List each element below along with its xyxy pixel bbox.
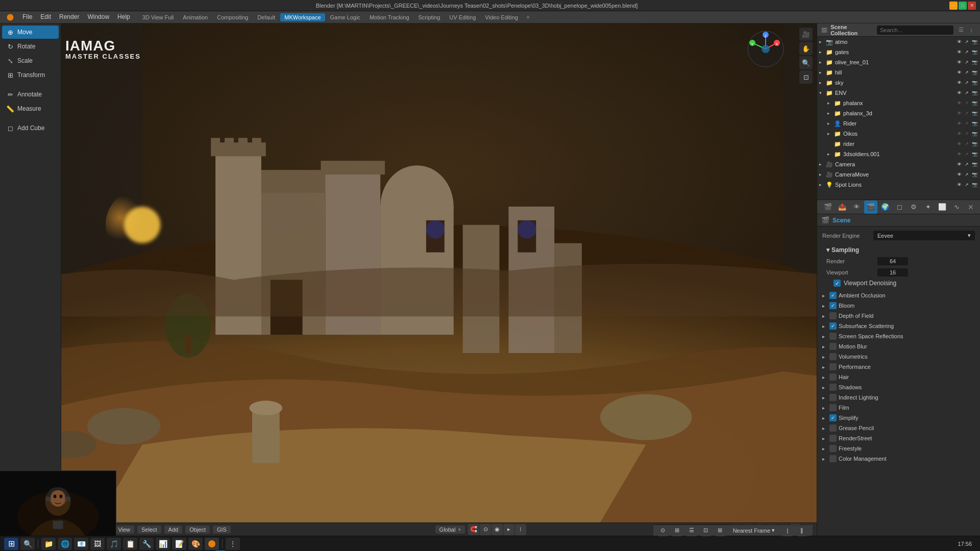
ol-hide-rider2[interactable]: 👁	[955, 140, 963, 147]
section-color-management[interactable]: ▸Color Management	[819, 454, 978, 464]
proportional-edit-icon[interactable]: ⊙	[480, 524, 491, 535]
ol-render-atmo[interactable]: 📷	[971, 38, 978, 45]
ol-hide-phalanx[interactable]: 👁	[955, 99, 963, 107]
object-menu[interactable]: Object	[185, 525, 210, 534]
taskbar-media[interactable]: 🎵	[107, 538, 121, 550]
section-checkbox-0[interactable]: ✓	[829, 292, 837, 299]
section-shadows[interactable]: ▸Shadows	[819, 382, 978, 392]
ol-select-sky[interactable]: ↗	[963, 79, 970, 86]
outliner-row-phalanx3d[interactable]: ▸ 📁 phalanx_3d 👁 ↗ 📷	[817, 108, 980, 118]
ws-uvediting[interactable]: UV Editing	[445, 13, 480, 21]
ol-select-rider[interactable]: ↗	[963, 120, 970, 127]
props-tab-material[interactable]: ⬜	[936, 201, 949, 214]
render-samples-value[interactable]: 64	[877, 257, 908, 265]
section-checkbox-6[interactable]	[829, 353, 837, 360]
section-checkbox-5[interactable]	[829, 343, 837, 350]
section-simplify[interactable]: ▸✓Simplify	[819, 413, 978, 423]
taskbar-word[interactable]: 📝	[172, 538, 186, 550]
props-tab-view[interactable]: 👁	[850, 201, 863, 214]
ol-select-cameramove[interactable]: ↗	[963, 171, 970, 178]
props-tab-world[interactable]: 🌍	[878, 201, 892, 214]
ws-scripting[interactable]: Scripting	[414, 13, 445, 21]
props-tab-render[interactable]: 🎬	[821, 201, 835, 214]
tool-addcube[interactable]: ◻ Add Cube	[2, 121, 59, 135]
outliner-row-phalanx[interactable]: ▸ 📁 phalanx 👁 ↗ 📷	[817, 98, 980, 108]
taskbar-photo[interactable]: 🖼	[90, 538, 105, 550]
section-film[interactable]: ▸Film	[819, 403, 978, 413]
minimize-button[interactable]: ─	[949, 2, 958, 10]
menu-help[interactable]: Help	[113, 12, 134, 22]
outliner-row-3dsoldiers[interactable]: ▸ 📁 3dsoldiers.001 👁 ↗ 📷	[817, 149, 980, 159]
menu-edit[interactable]: Edit	[36, 12, 55, 22]
ol-render-gates[interactable]: 📷	[971, 48, 978, 56]
props-tab-scene[interactable]: 🎬	[864, 201, 877, 214]
ol-hide-cameramove[interactable]: 👁	[955, 171, 963, 178]
section-ambient-occlusion[interactable]: ▸✓Ambient Occlusion	[819, 290, 978, 300]
section-motion-blur[interactable]: ▸Motion Blur	[819, 341, 978, 352]
section-renderstreet[interactable]: ▸RenderStreet	[819, 433, 978, 443]
ol-select-phalanx3d[interactable]: ↗	[963, 110, 970, 117]
ol-select-atmo[interactable]: ↗	[963, 38, 970, 45]
navigation-gizmo[interactable]: Z X Y	[745, 29, 786, 69]
ol-select-hill[interactable]: ↗	[963, 69, 970, 76]
taskbar-settings[interactable]: 🔧	[139, 538, 154, 550]
ol-render-hill[interactable]: 📷	[971, 69, 978, 76]
section-checkbox-4[interactable]	[829, 333, 837, 340]
taskbar-excel[interactable]: 📊	[156, 538, 170, 550]
viewport-camera-icon[interactable]: 🎥	[799, 28, 813, 41]
nearest-frame-btn[interactable]: Nearest Frame ▾	[729, 526, 779, 535]
section-grease-pencil[interactable]: ▸Grease Pencil	[819, 423, 978, 433]
ws-gamelogic[interactable]: Game Logic	[326, 13, 364, 21]
outliner-row-rider[interactable]: ▸ 👤 Rider 👁 ↗ 📷	[817, 118, 980, 129]
ol-hide-3dsoldiers[interactable]: 👁	[955, 151, 963, 158]
select-menu[interactable]: Select	[137, 525, 161, 534]
ol-select-3dsoldiers[interactable]: ↗	[963, 151, 970, 158]
ol-render-3dsoldiers[interactable]: 📷	[971, 151, 978, 158]
outliner-row-oikos[interactable]: ▸ 📁 Oikos 👁 ↗ 📷	[817, 129, 980, 139]
ol-select-spotlions[interactable]: ↗	[963, 181, 970, 188]
ol-hide-sky[interactable]: 👁	[955, 79, 963, 86]
ol-render-cameramove[interactable]: 📷	[971, 171, 978, 178]
props-tab-particles[interactable]: ✦	[921, 201, 935, 214]
outliner-row-hill[interactable]: ▸ 📁 hill 👁 ↗ 📷	[817, 67, 980, 78]
tool-scale[interactable]: ⤡ Scale	[2, 54, 59, 67]
section-screen-space-reflections[interactable]: ▸Screen Space Reflections	[819, 331, 978, 341]
ws-mkworkspace[interactable]: MKWorkspace	[280, 13, 325, 21]
menu-blender[interactable]	[2, 12, 18, 22]
taskbar-search[interactable]: 🔍	[20, 538, 35, 550]
outliner-row-env[interactable]: ▾ 📁 ENV 👁 ↗ 📷	[817, 88, 980, 98]
playback-mode-icon[interactable]: ⊡	[700, 525, 712, 536]
ol-hide-gates[interactable]: 👁	[955, 48, 963, 56]
props-close-button[interactable]: ✕	[966, 203, 976, 211]
menu-window[interactable]: Window	[83, 12, 113, 22]
playback-option-icon[interactable]: ⊞	[715, 525, 726, 536]
tool-move[interactable]: ⊕ Move	[2, 26, 59, 39]
section-checkbox-15[interactable]	[829, 445, 837, 452]
outliner-row-sky[interactable]: ▸ 📁 sky 👁 ↗ 📷	[817, 78, 980, 88]
outliner-row-atmo[interactable]: ▸ 📷 atmo 👁 ↗ 📷	[817, 37, 980, 47]
taskbar-clip[interactable]: 📋	[123, 538, 137, 550]
taskbar-more[interactable]: ⋮	[226, 538, 240, 550]
props-tab-object[interactable]: ◻	[893, 201, 906, 214]
sampling-title[interactable]: ▾ Sampling	[823, 244, 974, 256]
viewport-samples-value[interactable]: 16	[877, 268, 908, 277]
props-tab-output[interactable]: 📤	[836, 201, 849, 214]
snap-icon[interactable]: 🧲	[468, 524, 479, 535]
section-volumetrics[interactable]: ▸Volumetrics	[819, 352, 978, 362]
section-checkbox-11[interactable]	[829, 404, 837, 411]
section-checkbox-1[interactable]: ✓	[829, 302, 837, 309]
outliner-row-rider2[interactable]: 📁 rider 👁 ↗ 📷	[817, 139, 980, 149]
sort-icon[interactable]: ↕	[967, 26, 976, 35]
ol-hide-phalanx3d[interactable]: 👁	[955, 110, 963, 117]
viewport-zoom-icon[interactable]: 🔍	[799, 56, 813, 69]
section-checkbox-8[interactable]	[829, 373, 837, 381]
ol-select-rider2[interactable]: ↗	[963, 140, 970, 147]
section-checkbox-3[interactable]: ✓	[829, 322, 837, 330]
snap-icon2[interactable]: ⁞	[515, 524, 526, 535]
taskbar-blender[interactable]	[205, 538, 219, 550]
section-indirect-lighting[interactable]: ▸Indirect Lighting	[819, 392, 978, 403]
ol-hide-rider[interactable]: 👁	[955, 120, 963, 127]
outliner-row-gates[interactable]: ▸ 📁 gates 👁 ↗ 📷	[817, 47, 980, 57]
gis-menu[interactable]: GIS	[213, 525, 231, 534]
tool-measure[interactable]: 📏 Measure	[2, 102, 59, 115]
